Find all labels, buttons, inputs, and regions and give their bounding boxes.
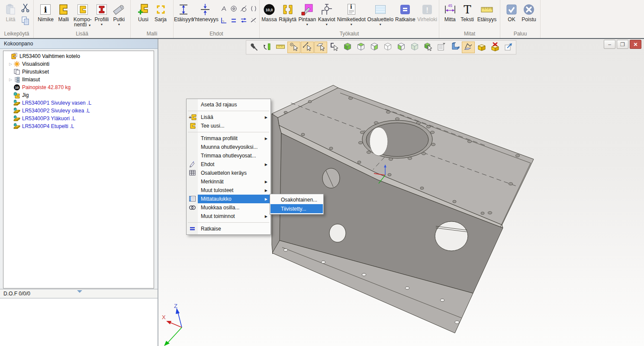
- ribbon-button-liita[interactable]: Liitä: [3, 1, 19, 22]
- constraint-opposite-button[interactable]: [239, 15, 248, 26]
- ribbon-group-label: Työkalut: [260, 31, 439, 38]
- ribbon-button-massa[interactable]: 10,0Massa: [261, 1, 277, 22]
- menu-item[interactable]: Muut tulosteet▶: [187, 186, 270, 195]
- constraint-angle-button[interactable]: [219, 3, 229, 14]
- assembly-tree[interactable]: LR53400 Vaihtimen kotelo▷VisualisointiPi…: [3, 51, 154, 288]
- kopioi-icon: [21, 16, 30, 27]
- submenu-item[interactable]: Tiivistetty...: [270, 204, 323, 213]
- viewport-button-sketch[interactable]: [462, 42, 475, 53]
- menu-item-label: Lisää: [201, 114, 213, 120]
- ribbon-button-sarja[interactable]: Sarja: [152, 1, 169, 22]
- ribbon-button-kaaviot[interactable]: Kaaviot▼: [317, 1, 336, 26]
- constraint-concentric-button[interactable]: [229, 3, 238, 14]
- splitter-grip-icon[interactable]: [77, 290, 82, 293]
- viewport-button-box[interactable]: [475, 42, 488, 53]
- mitta-icon: 45: [444, 2, 457, 17]
- ribbon-button-teksti[interactable]: TTeksti: [459, 1, 476, 22]
- ribbon-button-mitta[interactable]: 45Mitta: [442, 1, 458, 22]
- tree-item[interactable]: ▷Visualisointi: [3, 60, 154, 68]
- ribbon-button-ratkaise[interactable]: Ratkaise: [395, 1, 416, 22]
- tree-item[interactable]: LR53400P2 Sivulevy oikea .L: [3, 107, 154, 115]
- constraint-parallel-button[interactable]: [229, 15, 238, 26]
- viewport-button-pin[interactable]: [247, 42, 260, 53]
- viewport-button-shade-wire[interactable]: [381, 42, 394, 53]
- viewport-button-select-component[interactable]: [328, 42, 341, 53]
- viewport-button-notes[interactable]: [435, 42, 448, 53]
- svg-text:10: 10: [15, 86, 18, 90]
- menu-item[interactable]: Muokkaa osilla...: [187, 203, 270, 212]
- menu-item[interactable]: Ehdot▶: [187, 160, 270, 169]
- viewport-button-select-face[interactable]: [314, 42, 327, 53]
- tree-item[interactable]: LR53400P3 Yläkuori .L: [3, 115, 154, 122]
- menu-item[interactable]: Trimmaa profiilit▶: [187, 134, 270, 143]
- menu-item[interactable]: Muunna ohutlevyosiksi...: [187, 143, 270, 151]
- constraint-perpendicular-button[interactable]: [219, 15, 229, 26]
- menu-item[interactable]: Aseta 3d rajaus: [187, 100, 270, 109]
- viewport-button-shade-top[interactable]: [354, 42, 367, 53]
- ribbon-button-label: OK: [508, 17, 515, 22]
- tree-item[interactable]: ▷Ilmiasut: [3, 76, 154, 83]
- constraint-tangent-button[interactable]: [239, 3, 248, 14]
- close-icon: ✕: [633, 42, 638, 48]
- viewport-button-select-point[interactable]: [287, 42, 300, 53]
- viewport-button-shade-right[interactable]: [368, 42, 381, 53]
- tree-item[interactable]: LR53400P1 Sivulevy vasen .L: [3, 99, 154, 107]
- viewport-button-flip[interactable]: [261, 42, 274, 53]
- window-restore-button[interactable]: ❐: [617, 40, 628, 49]
- ribbon-button-leikkaa[interactable]: [20, 3, 31, 13]
- viewport-button-shade-left[interactable]: [395, 42, 408, 53]
- viewport-button-box-delete[interactable]: [489, 42, 502, 53]
- viewport-button-export[interactable]: [502, 42, 515, 53]
- tree-item[interactable]: Piirustukset: [3, 68, 154, 76]
- ribbon-button-ok[interactable]: OK: [503, 1, 520, 22]
- ribbon-button-etaisyys-mitta[interactable]: Etäisyys: [477, 1, 498, 22]
- viewport-button-profile[interactable]: [448, 42, 461, 53]
- ribbon-button-putki[interactable]: Putki▼: [111, 1, 127, 26]
- sketch-icon: [464, 42, 473, 53]
- tree-item[interactable]: 10Painopiste 42.870 kg: [3, 83, 154, 91]
- menu-item[interactable]: Mittataulukko▶: [187, 195, 270, 203]
- 3d-viewport-canvas[interactable]: Z X –❐✕ Aseta 3d rajaus+Lisää▶Tee uusi..…: [158, 39, 644, 346]
- constraint-symmetry-button[interactable]: [249, 3, 258, 14]
- submenu-item[interactable]: Osakohtainen...: [270, 195, 323, 204]
- menu-item[interactable]: Osaluettelon keräys: [187, 169, 270, 177]
- expander-icon[interactable]: ▷: [8, 77, 13, 82]
- dropdown-arrow-icon: ▼: [325, 23, 328, 26]
- menu-item[interactable]: Trimmaa ohutlevyosat...: [187, 151, 270, 160]
- ribbon-button-nimike[interactable]: iNimike: [37, 1, 55, 22]
- ribbon-button-nimiketiedot[interactable]: iNimiketiedot▼: [337, 1, 366, 26]
- ribbon-button-malli[interactable]: Malli: [55, 1, 72, 22]
- menu-item[interactable]: Muut toiminnot▶: [187, 212, 270, 221]
- ribbon-button-profiili[interactable]: Profiili▼: [93, 1, 110, 26]
- ribbon-button-pintaan[interactable]: Pintaan▼: [298, 1, 316, 26]
- ribbon-button-kopioi[interactable]: [20, 16, 31, 26]
- menu-item[interactable]: Merkinnät▶: [187, 177, 270, 186]
- lprof-icon: [450, 42, 460, 53]
- ribbon-button-etaisyys[interactable]: Etäisyys: [175, 1, 192, 22]
- ribbon-button-komponentti[interactable]: Kompo-nentti ▼: [73, 1, 93, 28]
- window-minimize-button[interactable]: –: [604, 40, 615, 49]
- ribbon-button-label: Uusi: [138, 17, 148, 22]
- menu-item[interactable]: +Lisää▶: [187, 113, 270, 122]
- tree-item[interactable]: Jig: [3, 91, 154, 99]
- viewport-button-shade-pale[interactable]: [408, 42, 421, 53]
- menu-item[interactable]: Tee uusi...: [187, 122, 270, 130]
- expander-icon[interactable]: ▷: [8, 62, 13, 66]
- tree-item[interactable]: LR53400 Vaihtimen kotelo: [3, 52, 154, 60]
- viewport-button-select-body[interactable]: [422, 42, 435, 53]
- viewport-button-measure[interactable]: [274, 42, 287, 53]
- ribbon-button-osaluettelo[interactable]: Osaluettelo▼: [367, 1, 394, 26]
- ribbon-button-yhtenevyys[interactable]: Yhtenevyys: [193, 1, 217, 22]
- viewport-button-shade-solid[interactable]: [341, 42, 354, 53]
- ribbon-button-poistu[interactable]: Poistu: [521, 1, 537, 22]
- ribbon-button-uusi[interactable]: Uusi: [135, 1, 151, 22]
- viewport-button-select-line[interactable]: [301, 42, 314, 53]
- ribbon-button-rajayta[interactable]: Räjäytä: [278, 1, 297, 22]
- tree-item[interactable]: LR53400P4 Etupelti .L: [3, 122, 154, 130]
- constraint-free-button[interactable]: [249, 15, 258, 26]
- submenu-item-label: Osakohtainen...: [281, 197, 317, 203]
- window-close-button[interactable]: ✕: [630, 40, 641, 49]
- ribbon-button-virheloki[interactable]: !Virheloki: [417, 1, 438, 22]
- rings-icon: [188, 204, 197, 211]
- menu-item[interactable]: Ratkaise: [187, 224, 270, 233]
